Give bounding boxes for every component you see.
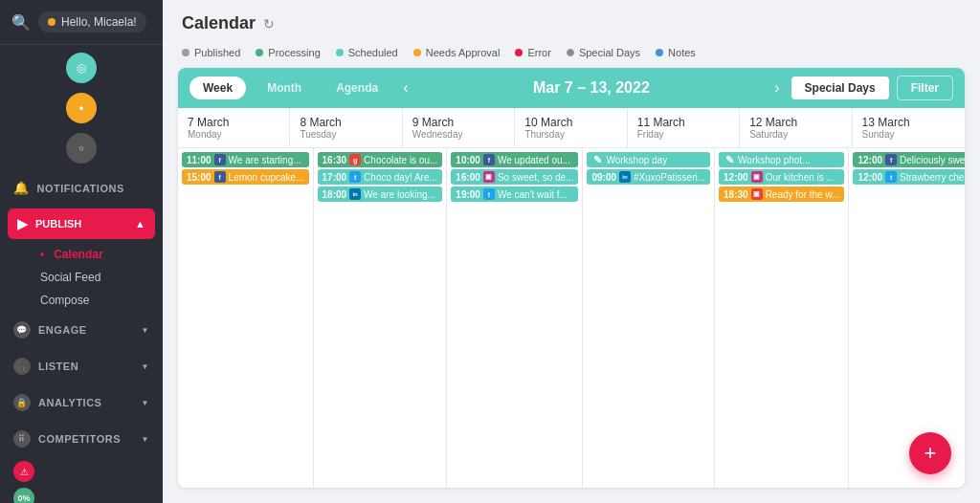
day-header-5: 12 March Saturday	[740, 108, 852, 147]
event-time: 12:00	[858, 155, 882, 165]
event-tue-1[interactable]: 16:30 g Chocolate is ou...	[318, 152, 443, 167]
needs-approval-dot	[413, 49, 421, 56]
day-num-2: 9 March	[412, 116, 504, 129]
brand-icon-1[interactable]: ◎	[66, 53, 97, 83]
calendar-label: Calendar	[54, 248, 102, 261]
calendar: Week Month Agenda ‹ Mar 7 – 13, 2022 › S…	[178, 68, 965, 488]
notes-label: Notes	[668, 47, 696, 58]
analytics-arrow: ▼	[142, 399, 149, 407]
legend-scheduled: Scheduled	[336, 47, 398, 58]
legend-published: Published	[182, 47, 240, 58]
day-cell-0: 11:00 f We are starting... 15:00 f Lemon…	[178, 148, 314, 488]
search-icon[interactable]: 🔍	[11, 13, 31, 32]
event-time: 11:00	[187, 155, 212, 165]
event-sat-2[interactable]: 12:00 t Strawberry che...	[853, 169, 965, 185]
published-label: Published	[194, 47, 240, 58]
event-text: Choco day! Are...	[364, 172, 437, 183]
event-fri-3[interactable]: 18:30 ▣ Ready for the w...	[719, 186, 844, 202]
next-week-button[interactable]: ›	[770, 79, 783, 97]
listen-arrow: ▼	[142, 362, 149, 371]
event-tue-2[interactable]: 17:00 t Choco day! Are...	[318, 169, 443, 185]
engage-icon: 💬	[13, 321, 31, 339]
event-time: 10:00	[456, 155, 480, 165]
event-wed-2[interactable]: 16:00 ▣ So sweet, so de...	[451, 169, 578, 185]
filter-button[interactable]: Filter	[897, 76, 953, 100]
sidebar-item-compose[interactable]: Compose	[27, 289, 163, 312]
user-dot	[48, 18, 56, 26]
event-thu-1[interactable]: ✎ Workshop day	[587, 152, 710, 167]
event-text: Deliciously swe...	[900, 155, 965, 165]
tab-agenda[interactable]: Agenda	[323, 77, 391, 99]
sidebar-item-listen[interactable]: 🎧 LISTEN ▼	[0, 348, 163, 384]
competitors-arrow: ▼	[142, 435, 149, 444]
zero-percent-badge[interactable]: 0%	[13, 488, 34, 503]
refresh-icon[interactable]: ↻	[263, 16, 275, 32]
analytics-label: ANALYTICS	[38, 397, 101, 408]
brand-icon-3[interactable]: ○	[66, 133, 97, 164]
legend-notes: Notes	[656, 47, 696, 58]
add-button[interactable]: +	[909, 432, 951, 474]
event-mon-2[interactable]: 15:00 f Lemon cupcake...	[182, 169, 309, 185]
error-dot	[515, 49, 523, 56]
event-text: We are starting...	[229, 155, 301, 165]
tab-month[interactable]: Month	[254, 77, 315, 99]
event-sat-1[interactable]: 12:00 f Deliciously swe...	[853, 152, 965, 167]
special-days-button[interactable]: Special Days	[791, 77, 889, 99]
sidebar-item-social-feed[interactable]: Social Feed	[27, 266, 163, 289]
event-fri-2[interactable]: 12:00 ▣ Our kitchen is ...	[719, 169, 844, 185]
event-time: 09:00	[591, 172, 616, 183]
analytics-icon: 🔒	[13, 394, 31, 411]
sidebar-item-notifications[interactable]: 🔔 NOTIFICATIONS	[0, 171, 163, 205]
competitors-label: COMPETITORS	[38, 433, 121, 445]
sidebar-item-competitors[interactable]: ⠿ COMPETITORS ▼	[0, 421, 163, 457]
linkedin-icon: in	[349, 188, 361, 200]
processing-label: Processing	[268, 47, 320, 58]
event-text: #XuxoPatisseri...	[634, 172, 705, 183]
event-wed-3[interactable]: 19:00 t We can't wait f...	[451, 186, 578, 202]
event-text: Strawberry che...	[900, 172, 965, 183]
event-time: 12:00	[724, 172, 748, 183]
event-mon-1[interactable]: 11:00 f We are starting...	[182, 152, 309, 167]
event-text: We updated ou...	[498, 155, 570, 165]
page-title: Calendar	[182, 13, 256, 33]
legend-processing: Processing	[256, 47, 320, 58]
publish-icon: ▶	[17, 216, 28, 231]
user-name: Hello, Micaela!	[61, 15, 137, 29]
scheduled-label: Scheduled	[348, 47, 398, 58]
event-fri-1[interactable]: ✎ Workshop phot...	[719, 152, 844, 167]
day-name-1: Tuesday	[300, 129, 391, 140]
publish-label: PUBLISH	[35, 218, 81, 230]
day-name-5: Saturday	[749, 129, 841, 140]
sidebar-item-analytics[interactable]: 🔒 ANALYTICS ▼	[0, 384, 163, 421]
social-feed-label: Social Feed	[40, 271, 100, 284]
edit-icon: ✎	[591, 154, 603, 165]
day-num-1: 8 March	[300, 116, 391, 129]
event-tue-3[interactable]: 18:00 in We are looking...	[318, 186, 443, 202]
twitter-icon: t	[349, 171, 361, 183]
event-time: 12:00	[858, 172, 882, 183]
prev-week-button[interactable]: ‹	[399, 79, 412, 97]
error-badge[interactable]: ⚠	[13, 461, 34, 482]
sidebar-header: 🔍 Hello, Micaela!	[0, 0, 163, 45]
tab-week[interactable]: Week	[189, 77, 246, 99]
edit-icon: ✎	[724, 154, 735, 165]
day-name-0: Monday	[188, 129, 279, 140]
brand-icon-2[interactable]: ●	[66, 93, 97, 123]
error-label: Error	[527, 47, 550, 58]
day-cell-3: ✎ Workshop day 09:00 in #XuxoPatisseri..…	[583, 148, 715, 488]
sidebar-item-publish[interactable]: ▶ PUBLISH ▲	[8, 208, 155, 239]
day-header-4: 11 March Friday	[628, 108, 740, 147]
event-time: 16:30	[323, 155, 347, 165]
day-num-0: 7 March	[188, 116, 279, 129]
needs-approval-label: Needs Approval	[426, 47, 501, 58]
twitter-icon: t	[885, 171, 897, 183]
event-thu-2[interactable]: 09:00 in #XuxoPatisseri...	[587, 169, 710, 185]
sidebar-item-engage[interactable]: 💬 ENGAGE ▼	[0, 312, 163, 348]
day-num-6: 13 March	[862, 116, 955, 129]
event-text: Workshop day	[606, 155, 667, 165]
sidebar-item-calendar[interactable]: Calendar	[27, 243, 163, 266]
sidebar: 🔍 Hello, Micaela! ◎ ● ○ 🔔 NOTIFICATIONS …	[0, 0, 163, 503]
legend-error: Error	[515, 47, 550, 58]
date-range: Mar 7 – 13, 2022	[419, 79, 763, 97]
event-wed-1[interactable]: 10:00 f We updated ou...	[451, 152, 578, 167]
